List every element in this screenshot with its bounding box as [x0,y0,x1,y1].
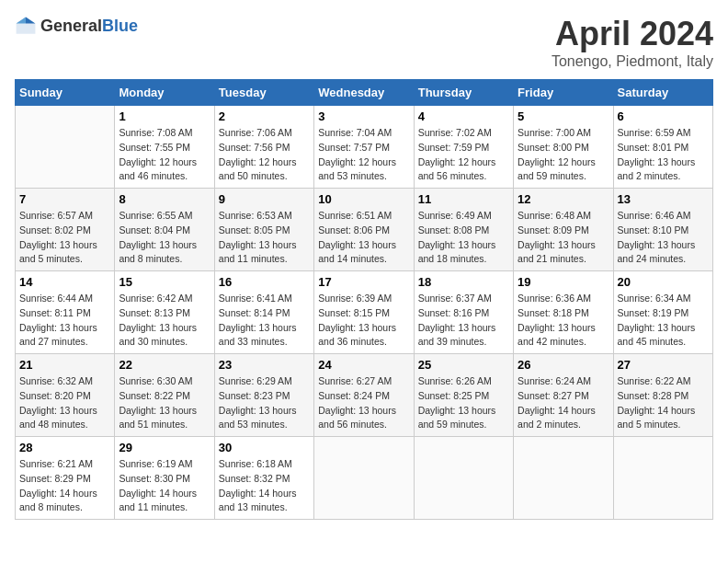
day-info: Sunrise: 6:46 AMSunset: 8:10 PMDaylight:… [618,209,709,267]
calendar-cell: 28Sunrise: 6:21 AMSunset: 8:29 PMDayligh… [16,437,115,520]
svg-marker-2 [17,17,26,23]
day-number: 27 [618,358,709,372]
logo-blue: Blue [102,17,138,35]
calendar-cell: 15Sunrise: 6:42 AMSunset: 8:13 PMDayligh… [115,271,214,354]
day-number: 2 [219,109,310,123]
calendar-cell: 14Sunrise: 6:44 AMSunset: 8:11 PMDayligh… [16,271,115,354]
logo: GeneralBlue [15,15,138,37]
day-number: 3 [318,109,409,123]
header: GeneralBlue April 2024 Tonengo, Piedmont… [15,15,713,70]
calendar-title: April 2024 [552,15,713,53]
day-info: Sunrise: 7:08 AMSunset: 7:55 PMDaylight:… [119,126,210,184]
calendar-cell: 5Sunrise: 7:00 AMSunset: 8:00 PMDaylight… [514,106,613,189]
day-info: Sunrise: 6:36 AMSunset: 8:18 PMDaylight:… [518,292,609,350]
day-number: 8 [119,192,210,206]
day-info: Sunrise: 6:34 AMSunset: 8:19 PMDaylight:… [618,292,709,350]
calendar-cell: 4Sunrise: 7:02 AMSunset: 7:59 PMDaylight… [414,106,513,189]
day-info: Sunrise: 6:53 AMSunset: 8:05 PMDaylight:… [219,209,310,267]
day-number: 28 [19,441,110,454]
calendar-cell: 23Sunrise: 6:29 AMSunset: 8:23 PMDayligh… [214,354,313,437]
weekday-header-friday: Friday [514,80,613,106]
calendar-cell: 16Sunrise: 6:41 AMSunset: 8:14 PMDayligh… [214,271,313,354]
calendar-cell: 27Sunrise: 6:22 AMSunset: 8:28 PMDayligh… [613,354,712,437]
calendar-table: SundayMondayTuesdayWednesdayThursdayFrid… [15,79,713,520]
day-number: 16 [219,275,310,289]
day-info: Sunrise: 6:59 AMSunset: 8:01 PMDaylight:… [618,126,709,184]
calendar-cell: 25Sunrise: 6:26 AMSunset: 8:25 PMDayligh… [414,354,513,437]
day-info: Sunrise: 7:02 AMSunset: 7:59 PMDaylight:… [418,126,509,184]
day-number: 23 [219,358,310,372]
day-info: Sunrise: 6:44 AMSunset: 8:11 PMDaylight:… [19,292,110,350]
day-info: Sunrise: 6:29 AMSunset: 8:23 PMDaylight:… [219,374,310,432]
day-number: 30 [219,441,310,454]
day-info: Sunrise: 6:18 AMSunset: 8:32 PMDaylight:… [219,457,310,515]
weekday-header-saturday: Saturday [613,80,712,106]
calendar-cell [16,106,115,189]
day-info: Sunrise: 6:30 AMSunset: 8:22 PMDaylight:… [119,374,210,432]
calendar-cell: 26Sunrise: 6:24 AMSunset: 8:27 PMDayligh… [514,354,613,437]
calendar-cell: 11Sunrise: 6:49 AMSunset: 8:08 PMDayligh… [414,189,513,271]
day-number: 17 [318,275,409,289]
day-info: Sunrise: 7:00 AMSunset: 8:00 PMDaylight:… [518,126,609,184]
calendar-cell: 3Sunrise: 7:04 AMSunset: 7:57 PMDaylight… [314,106,414,189]
calendar-cell [414,437,513,520]
calendar-cell: 24Sunrise: 6:27 AMSunset: 8:24 PMDayligh… [314,354,414,437]
calendar-cell [613,437,712,520]
day-info: Sunrise: 6:48 AMSunset: 8:09 PMDaylight:… [518,209,609,267]
calendar-cell: 22Sunrise: 6:30 AMSunset: 8:22 PMDayligh… [115,354,214,437]
calendar-cell: 19Sunrise: 6:36 AMSunset: 8:18 PMDayligh… [514,271,613,354]
day-number: 26 [518,358,609,372]
day-number: 13 [618,192,709,206]
weekday-header-monday: Monday [115,80,214,106]
day-info: Sunrise: 6:19 AMSunset: 8:30 PMDaylight:… [119,457,210,515]
logo-icon [15,15,37,37]
day-info: Sunrise: 6:39 AMSunset: 8:15 PMDaylight:… [318,292,409,350]
day-info: Sunrise: 6:32 AMSunset: 8:20 PMDaylight:… [19,374,110,432]
day-number: 15 [119,275,210,289]
calendar-cell: 7Sunrise: 6:57 AMSunset: 8:02 PMDaylight… [16,189,115,271]
day-number: 6 [618,109,709,123]
day-number: 19 [518,275,609,289]
day-number: 5 [518,109,609,123]
calendar-cell: 6Sunrise: 6:59 AMSunset: 8:01 PMDaylight… [613,106,712,189]
day-info: Sunrise: 6:21 AMSunset: 8:29 PMDaylight:… [19,457,110,515]
day-info: Sunrise: 6:57 AMSunset: 8:02 PMDaylight:… [19,209,110,267]
calendar-cell: 10Sunrise: 6:51 AMSunset: 8:06 PMDayligh… [314,189,414,271]
weekday-header-tuesday: Tuesday [214,80,313,106]
day-info: Sunrise: 6:41 AMSunset: 8:14 PMDaylight:… [219,292,310,350]
weekday-header-sunday: Sunday [16,80,115,106]
logo-general: General [40,17,102,35]
calendar-cell: 21Sunrise: 6:32 AMSunset: 8:20 PMDayligh… [16,354,115,437]
day-info: Sunrise: 6:42 AMSunset: 8:13 PMDaylight:… [119,292,210,350]
calendar-cell: 2Sunrise: 7:06 AMSunset: 7:56 PMDaylight… [214,106,313,189]
week-row-2: 7Sunrise: 6:57 AMSunset: 8:02 PMDaylight… [16,189,713,271]
calendar-cell: 30Sunrise: 6:18 AMSunset: 8:32 PMDayligh… [214,437,313,520]
week-row-4: 21Sunrise: 6:32 AMSunset: 8:20 PMDayligh… [16,354,713,437]
week-row-1: 1Sunrise: 7:08 AMSunset: 7:55 PMDaylight… [16,106,713,189]
day-number: 10 [318,192,409,206]
day-number: 25 [418,358,509,372]
day-number: 18 [418,275,509,289]
title-area: April 2024 Tonengo, Piedmont, Italy [552,15,713,70]
svg-marker-1 [26,17,35,23]
day-info: Sunrise: 6:24 AMSunset: 8:27 PMDaylight:… [518,374,609,432]
weekday-header-thursday: Thursday [414,80,513,106]
day-info: Sunrise: 7:06 AMSunset: 7:56 PMDaylight:… [219,126,310,184]
weekday-header-wednesday: Wednesday [314,80,414,106]
day-info: Sunrise: 6:27 AMSunset: 8:24 PMDaylight:… [318,374,409,432]
calendar-body: 1Sunrise: 7:08 AMSunset: 7:55 PMDaylight… [16,106,713,520]
calendar-cell: 20Sunrise: 6:34 AMSunset: 8:19 PMDayligh… [613,271,712,354]
calendar-cell: 18Sunrise: 6:37 AMSunset: 8:16 PMDayligh… [414,271,513,354]
day-info: Sunrise: 6:37 AMSunset: 8:16 PMDaylight:… [418,292,509,350]
day-number: 12 [518,192,609,206]
day-number: 14 [19,275,110,289]
day-info: Sunrise: 6:51 AMSunset: 8:06 PMDaylight:… [318,209,409,267]
day-number: 4 [418,109,509,123]
day-number: 9 [219,192,310,206]
day-info: Sunrise: 6:55 AMSunset: 8:04 PMDaylight:… [119,209,210,267]
calendar-cell: 29Sunrise: 6:19 AMSunset: 8:30 PMDayligh… [115,437,214,520]
calendar-cell: 17Sunrise: 6:39 AMSunset: 8:15 PMDayligh… [314,271,414,354]
calendar-cell [314,437,414,520]
day-number: 21 [19,358,110,372]
day-number: 1 [119,109,210,123]
